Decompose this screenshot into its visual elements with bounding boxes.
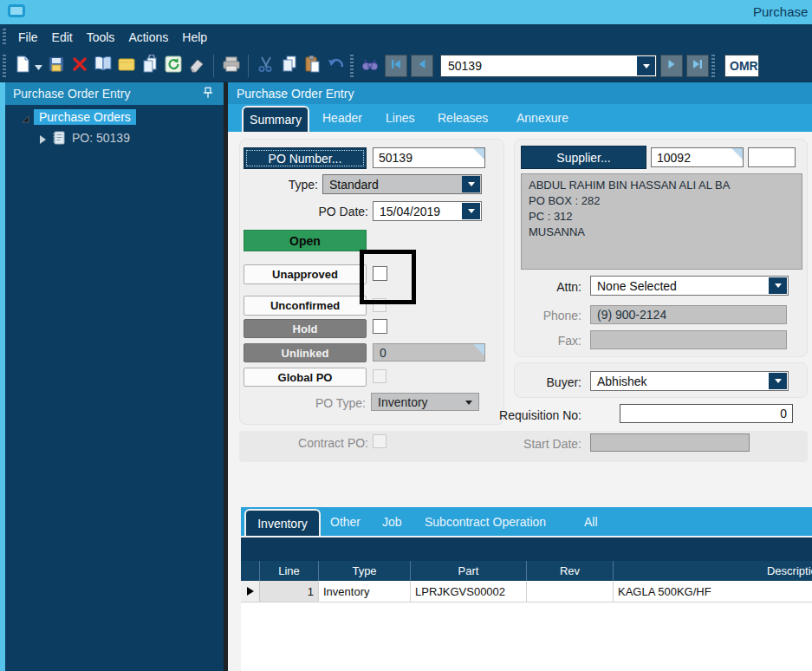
cell-line[interactable]: 1 bbox=[260, 581, 319, 603]
menu-actions[interactable]: Actions bbox=[121, 28, 175, 47]
save-button[interactable] bbox=[44, 55, 68, 78]
new-document-button[interactable] bbox=[10, 55, 34, 78]
tree-expander-closed-icon[interactable] bbox=[38, 133, 47, 143]
grid-col-part[interactable]: Part bbox=[411, 561, 527, 581]
tab-all[interactable]: All bbox=[584, 515, 598, 529]
menu-help[interactable]: Help bbox=[175, 28, 214, 47]
grid-col-rev[interactable]: Rev bbox=[527, 561, 614, 581]
refresh-icon bbox=[164, 55, 183, 77]
menu-tools[interactable]: Tools bbox=[80, 28, 122, 47]
menu-edit[interactable]: Edit bbox=[45, 28, 80, 47]
currency-field[interactable]: OMR bbox=[724, 55, 759, 77]
window-title: Purchase bbox=[753, 4, 808, 19]
next-record-button[interactable] bbox=[660, 55, 683, 77]
supplier-id-field[interactable]: 10092 bbox=[651, 147, 744, 167]
tab-inventory[interactable]: Inventory bbox=[244, 509, 321, 536]
print-button[interactable] bbox=[219, 55, 243, 78]
requisition-label: Requisition No: bbox=[486, 408, 581, 422]
undo-button[interactable] bbox=[324, 55, 348, 78]
global-po-button[interactable]: Global PO bbox=[244, 368, 367, 387]
hold-button[interactable]: Hold bbox=[244, 319, 367, 338]
po-number-button[interactable]: PO Number... bbox=[244, 147, 367, 169]
supplier-extra-field[interactable] bbox=[748, 147, 796, 167]
unlinked-button[interactable]: Unlinked bbox=[244, 343, 367, 362]
tree-node-po-50139[interactable]: PO: 50139 bbox=[5, 128, 224, 147]
last-record-button[interactable] bbox=[686, 55, 709, 77]
previous-record-button[interactable] bbox=[411, 55, 433, 77]
buyer-dropdown[interactable] bbox=[769, 373, 787, 389]
paste-button[interactable] bbox=[301, 55, 324, 78]
supplier-address-box: ABDUL RAHIM BIN HASSAN ALI AL BA PO BOX … bbox=[521, 173, 802, 270]
clear-button[interactable] bbox=[185, 55, 208, 78]
delete-button[interactable] bbox=[68, 55, 91, 78]
type-value: Standard bbox=[329, 178, 379, 192]
tab-other[interactable]: Other bbox=[330, 515, 361, 529]
search-button[interactable] bbox=[358, 55, 381, 78]
book-icon bbox=[94, 55, 113, 77]
type-combo[interactable]: Standard bbox=[322, 174, 482, 194]
notes-button[interactable] bbox=[114, 55, 138, 78]
grid-empty-area bbox=[241, 603, 812, 671]
tab-header[interactable]: Header bbox=[322, 111, 362, 125]
attn-combo[interactable]: None Selected bbox=[590, 276, 789, 296]
tab-summary[interactable]: Summary bbox=[242, 106, 309, 132]
menu-grip[interactable] bbox=[3, 29, 6, 46]
grid-col-description[interactable]: Description bbox=[614, 561, 812, 581]
global-po-checkbox bbox=[373, 369, 387, 383]
address-line: PO BOX : 282 bbox=[529, 193, 795, 209]
copy-button[interactable] bbox=[277, 55, 301, 78]
row-selector-cell[interactable] bbox=[241, 581, 260, 603]
start-date-field bbox=[590, 433, 750, 452]
po-number-field[interactable]: 50139 bbox=[373, 147, 485, 168]
tab-job[interactable]: Job bbox=[382, 515, 402, 529]
pin-icon[interactable] bbox=[201, 86, 217, 101]
cell-description[interactable]: KAGLA 500KG/HF bbox=[614, 581, 812, 603]
title-bar: Purchase bbox=[0, 0, 812, 24]
cell-rev[interactable] bbox=[527, 581, 614, 603]
supplier-button[interactable]: Supplier... bbox=[521, 146, 646, 169]
toolbar-grip[interactable] bbox=[350, 55, 354, 77]
tree-expander-open-icon[interactable] bbox=[21, 112, 30, 121]
fax-field bbox=[590, 330, 787, 349]
attn-dropdown[interactable] bbox=[769, 277, 787, 294]
unapproved-button[interactable]: Unapproved bbox=[244, 264, 367, 284]
book-button[interactable] bbox=[91, 55, 114, 78]
address-line: ABDUL RAHIM BIN HASSAN ALI AL BA bbox=[529, 178, 795, 193]
record-navigator-combo[interactable]: 50139 bbox=[440, 55, 657, 77]
requisition-field[interactable]: 0 bbox=[620, 404, 793, 423]
fax-label: Fax: bbox=[521, 334, 581, 348]
new-document-dropdown[interactable] bbox=[34, 55, 42, 78]
tree-node-label[interactable]: PO: 50139 bbox=[72, 131, 130, 145]
address-line: PC : 312 bbox=[529, 209, 795, 225]
grid-col-type[interactable]: Type bbox=[319, 561, 411, 581]
last-record-icon bbox=[692, 58, 704, 74]
po-type-combo[interactable]: Inventory bbox=[371, 393, 479, 411]
app-window: Purchase File Edit Tools Actions Help bbox=[0, 0, 812, 671]
cell-type[interactable]: Inventory bbox=[319, 581, 411, 603]
cell-part[interactable]: LPRJKGVS00002 bbox=[411, 581, 527, 603]
tree-node-purchase-orders[interactable]: Purchase Orders bbox=[5, 107, 224, 126]
grid-col-line[interactable]: Line bbox=[260, 561, 319, 581]
tab-annexure[interactable]: Annexure bbox=[516, 111, 568, 125]
tab-releases[interactable]: Releases bbox=[438, 111, 488, 125]
refresh-button[interactable] bbox=[161, 55, 185, 78]
attachments-button[interactable] bbox=[138, 55, 161, 78]
po-date-dropdown[interactable] bbox=[462, 203, 480, 219]
phone-field: (9) 900-2124 bbox=[590, 305, 787, 324]
table-row[interactable]: 1 Inventory LPRJKGVS00002 KAGLA 500KG/HF bbox=[241, 581, 812, 603]
toolbar-grip[interactable] bbox=[711, 55, 715, 77]
unconfirmed-button[interactable]: Unconfirmed bbox=[244, 296, 367, 316]
buyer-combo[interactable]: Abhishek bbox=[590, 371, 789, 391]
first-record-button[interactable] bbox=[385, 55, 407, 77]
hold-checkbox[interactable] bbox=[373, 319, 387, 334]
po-date-combo[interactable]: 15/04/2019 bbox=[373, 201, 482, 221]
cut-button[interactable] bbox=[254, 55, 277, 78]
tree-node-label[interactable]: Purchase Orders bbox=[34, 109, 136, 125]
tab-subcontract-operation[interactable]: Subcontract Operation bbox=[425, 515, 546, 529]
tab-lines[interactable]: Lines bbox=[386, 111, 414, 125]
type-dropdown[interactable] bbox=[462, 176, 480, 192]
record-navigator-dropdown[interactable] bbox=[637, 56, 655, 75]
toolbar-grip[interactable] bbox=[3, 55, 6, 77]
menu-file[interactable]: File bbox=[11, 28, 45, 47]
grid-group-band bbox=[241, 537, 812, 561]
